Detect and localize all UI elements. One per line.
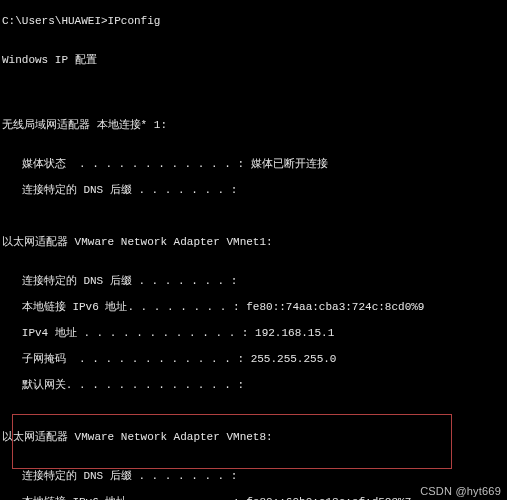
output-row: 连接特定的 DNS 后缀 . . . . . . . : (2, 275, 505, 288)
row-label: 子网掩码 . . . . . . . . . . . . : (2, 353, 251, 365)
output-row: 连接特定的 DNS 后缀 . . . . . . . : (2, 184, 505, 197)
output-row: 本地链接 IPv6 地址. . . . . . . . : fe80::74aa… (2, 301, 505, 314)
output-row: 子网掩码 . . . . . . . . . . . . : 255.255.2… (2, 353, 505, 366)
output-row: 连接特定的 DNS 后缀 . . . . . . . : (2, 470, 505, 483)
row-label: 连接特定的 DNS 后缀 . . . . . . . : (2, 470, 237, 482)
row-value: 192.168.15.1 (255, 327, 334, 339)
adapter-title: 以太网适配器 VMware Network Adapter VMnet1: (2, 236, 505, 249)
output-row: 媒体状态 . . . . . . . . . . . . : 媒体已断开连接 (2, 158, 505, 171)
row-value: 255.255.255.0 (251, 353, 337, 365)
row-value: fe80::60b0:c13c:ef:d523%7 (246, 496, 411, 500)
row-label: 媒体状态 . . . . . . . . . . . . : (2, 158, 251, 170)
prompt-command: C:\Users\HUAWEI>IPconfig (2, 15, 505, 28)
terminal-window[interactable]: C:\Users\HUAWEI>IPconfig Windows IP 配置 无… (0, 0, 507, 500)
row-label: 连接特定的 DNS 后缀 . . . . . . . : (2, 275, 237, 287)
row-value: fe80::74aa:cba3:724c:8cd0%9 (246, 301, 424, 313)
row-label: 默认网关. . . . . . . . . . . . . : (2, 379, 244, 391)
row-label: 连接特定的 DNS 后缀 . . . . . . . : (2, 184, 237, 196)
row-label: 本地链接 IPv6 地址. . . . . . . . : (2, 301, 246, 313)
row-value: 媒体已断开连接 (251, 158, 328, 170)
row-label: IPv4 地址 . . . . . . . . . . . . : (2, 327, 255, 339)
adapter-title: 以太网适配器 VMware Network Adapter VMnet8: (2, 431, 505, 444)
output-header: Windows IP 配置 (2, 54, 505, 67)
adapter-title: 无线局域网适配器 本地连接* 1: (2, 119, 505, 132)
output-row: IPv4 地址 . . . . . . . . . . . . : 192.16… (2, 327, 505, 340)
watermark-text: CSDN @hyt669 (420, 485, 501, 498)
output-row: 默认网关. . . . . . . . . . . . . : (2, 379, 505, 392)
row-label: 本地链接 IPv6 地址. . . . . . . . : (2, 496, 246, 500)
